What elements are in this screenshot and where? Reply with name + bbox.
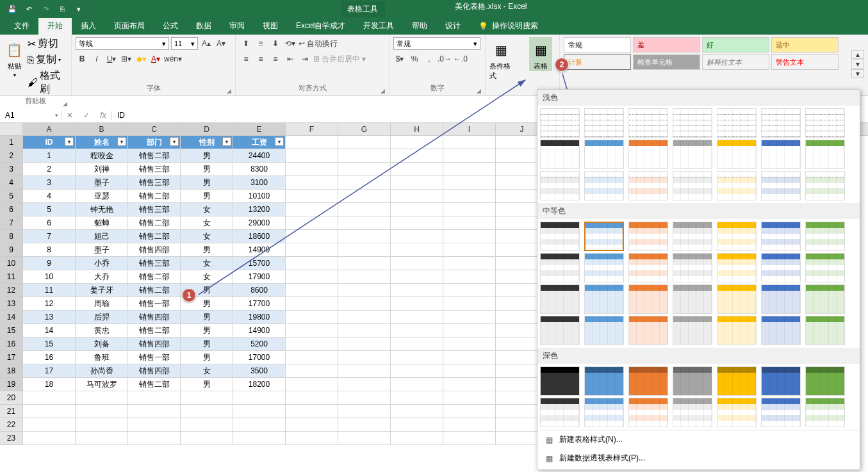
row-header[interactable]: 10 [0, 257, 23, 270]
row-header[interactable]: 13 [0, 297, 23, 311]
table-style-thumb[interactable] [540, 316, 580, 345]
cell[interactable]: 4 [23, 190, 76, 203]
table-style-thumb[interactable] [584, 108, 624, 138]
tab-review[interactable]: 审阅 [220, 17, 254, 35]
cell[interactable]: 1 [23, 149, 76, 163]
clipboard-dialog-launcher[interactable]: ◢ [63, 101, 67, 107]
cell[interactable]: 销售二部 [128, 190, 181, 203]
table-style-thumb[interactable] [540, 171, 580, 200]
cell[interactable]: 10100 [233, 190, 286, 203]
table-style-thumb[interactable] [673, 140, 712, 169]
cell[interactable]: 2 [23, 163, 76, 176]
cell[interactable]: 鲁班 [76, 351, 128, 364]
tab-developer[interactable]: 开发工具 [354, 17, 403, 35]
cell[interactable]: 29000 [233, 216, 286, 230]
col-header-C[interactable]: C [128, 123, 181, 135]
tab-help[interactable]: 帮助 [403, 17, 436, 35]
tab-page-layout[interactable]: 页面布局 [105, 17, 154, 35]
table-style-thumb[interactable] [540, 398, 580, 427]
style-explain[interactable]: 解释性文本 [702, 54, 769, 70]
table-style-thumb[interactable] [584, 398, 624, 427]
cell[interactable]: 男 [181, 190, 233, 203]
table-style-thumb[interactable] [805, 140, 845, 169]
cell[interactable]: 女 [181, 230, 233, 243]
tab-design[interactable]: 设计 [436, 17, 470, 35]
align-dialog-launcher[interactable]: ◢ [381, 88, 385, 94]
cell[interactable]: 女 [181, 216, 233, 230]
cell[interactable]: 妲己 [76, 230, 128, 243]
cell[interactable]: 5200 [233, 338, 286, 351]
styles-more-icon[interactable]: ▾ [851, 69, 864, 78]
cell[interactable]: 14900 [233, 324, 286, 338]
cell[interactable]: 刘备 [76, 338, 128, 351]
qat-save-icon[interactable]: 💾 [5, 2, 19, 16]
table-header-salary[interactable]: 工资▾ [233, 136, 286, 149]
cell[interactable]: 墨子 [76, 243, 128, 257]
table-style-thumb[interactable] [717, 253, 757, 282]
table-style-thumb[interactable] [628, 398, 668, 427]
cell[interactable]: 姜子牙 [76, 284, 128, 297]
currency-button[interactable]: $▾ [393, 53, 406, 65]
cell[interactable]: 18200 [233, 378, 286, 391]
tab-addin[interactable]: Excel自学成才 [287, 17, 354, 35]
row-header[interactable]: 9 [0, 243, 23, 257]
paste-button[interactable]: 📋 粘贴 ▾ [4, 37, 25, 96]
cell[interactable]: 13 [23, 311, 76, 324]
table-style-thumb[interactable] [673, 398, 712, 427]
cell[interactable]: 男 [181, 338, 233, 351]
col-header-F[interactable]: F [286, 123, 338, 135]
cell[interactable]: 男 [181, 243, 233, 257]
style-neutral[interactable]: 适中 [771, 37, 839, 53]
row-header[interactable]: 11 [0, 270, 23, 284]
row-header[interactable]: 3 [0, 163, 23, 176]
align-middle-icon[interactable]: ≡ [254, 37, 267, 50]
filter-dropdown-icon[interactable]: ▾ [65, 137, 74, 146]
table-style-thumb[interactable] [805, 398, 845, 427]
style-warn[interactable]: 警告文本 [771, 54, 839, 70]
qat-undo-icon[interactable]: ↶ [22, 2, 36, 16]
table-style-thumb[interactable] [761, 171, 801, 200]
table-style-thumb[interactable] [761, 222, 801, 251]
table-header-id[interactable]: ID▾ [23, 136, 76, 149]
table-style-thumb[interactable] [761, 398, 801, 427]
cell[interactable]: 销售四部 [128, 364, 181, 378]
align-bottom-icon[interactable]: ⬇ [269, 37, 282, 50]
cell[interactable]: 销售一部 [128, 351, 181, 364]
align-center-icon[interactable]: ≡ [254, 53, 267, 65]
cell[interactable]: 后羿 [76, 311, 128, 324]
cell[interactable]: 15700 [233, 257, 286, 270]
cell[interactable]: 18600 [233, 230, 286, 243]
cell[interactable]: 6 [23, 216, 76, 230]
table-header-name[interactable]: 姓名▾ [76, 136, 128, 149]
row-header[interactable]: 7 [0, 216, 23, 230]
cell[interactable]: 销售四部 [128, 243, 181, 257]
table-header-dept[interactable]: 部门▾ [128, 136, 181, 149]
tab-formulas[interactable]: 公式 [154, 17, 187, 35]
table-style-thumb[interactable] [805, 222, 845, 251]
table-style-thumb[interactable] [673, 366, 712, 396]
table-style-thumb[interactable] [673, 253, 712, 282]
cell[interactable]: 8 [23, 243, 76, 257]
table-style-thumb[interactable] [717, 108, 757, 138]
row-header[interactable]: 1 [0, 136, 23, 149]
cell[interactable]: 销售三部 [128, 176, 181, 190]
table-style-thumb[interactable] [584, 171, 624, 200]
cell[interactable]: 3100 [233, 176, 286, 190]
fx-icon[interactable]: fx [95, 111, 111, 120]
italic-button[interactable]: I [90, 53, 103, 65]
decrease-font-icon[interactable]: A▾ [215, 37, 227, 50]
table-style-thumb[interactable] [761, 140, 801, 169]
col-header-H[interactable]: H [391, 123, 443, 135]
font-name-combo[interactable]: 等线▾ [76, 37, 169, 50]
filter-dropdown-icon[interactable]: ▾ [222, 137, 231, 146]
table-style-thumb[interactable] [673, 316, 712, 345]
qat-redo-icon[interactable]: ↷ [38, 2, 53, 16]
tab-home[interactable]: 开始 [38, 17, 72, 35]
styles-down-icon[interactable]: ▾ [851, 60, 864, 69]
cell[interactable]: 8600 [233, 284, 286, 297]
row-header[interactable]: 20 [0, 391, 23, 405]
row-header[interactable]: 19 [0, 378, 23, 391]
style-good[interactable]: 好 [702, 37, 769, 53]
table-style-thumb[interactable] [673, 222, 712, 251]
conditional-format-button[interactable]: ▦ 条件格式 [489, 37, 512, 81]
